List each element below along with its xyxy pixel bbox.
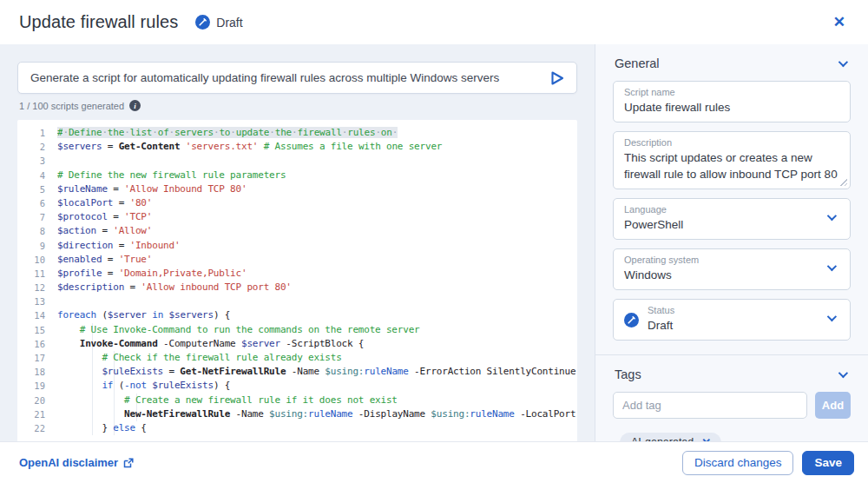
line-number: 9 — [17, 239, 57, 253]
send-icon — [548, 69, 567, 88]
code-line[interactable]: 17 # Check if the firewall rule already … — [17, 351, 577, 365]
section-divider — [595, 354, 868, 355]
prompt-row — [17, 62, 577, 94]
line-number: 4 — [17, 169, 57, 182]
draft-pencil-icon — [624, 313, 639, 328]
code-line[interactable]: 15 # Use Invoke-Command to run the comma… — [17, 323, 577, 337]
code-line[interactable]: 4# Define the new firewall rule paramete… — [17, 169, 577, 182]
code-line[interactable]: 2$servers = Get-Content 'servers.txt' # … — [17, 140, 577, 154]
line-number: 1 — [17, 126, 57, 140]
status-badge-label: Draft — [216, 16, 242, 30]
line-number: 13 — [17, 294, 57, 308]
section-general-title: General — [615, 56, 660, 70]
send-prompt-button[interactable] — [548, 69, 567, 88]
operating-system-label: Operating system — [624, 255, 839, 265]
line-number: 20 — [17, 394, 57, 407]
status-value: Draft — [648, 317, 674, 334]
description-label: Description — [624, 137, 839, 148]
line-number: 16 — [17, 337, 57, 351]
code-line[interactable]: 14foreach ($server in $servers) { — [17, 308, 577, 322]
line-number: 3 — [17, 154, 57, 168]
code-line[interactable]: 12$description = 'Allow inbound TCP port… — [17, 281, 577, 294]
code-line[interactable]: 11$profile = 'Domain,Private,Public' — [17, 267, 577, 281]
line-number: 15 — [17, 323, 57, 337]
line-number: 8 — [17, 224, 57, 238]
external-link-icon — [123, 458, 134, 468]
code-line[interactable]: 10$enabled = 'True' — [17, 253, 577, 267]
line-number: 11 — [17, 267, 57, 281]
discard-changes-button[interactable]: Discard changes — [682, 451, 794, 475]
code-line[interactable]: 6$localPort = '80' — [17, 196, 577, 210]
tag-chips: AI-generated✕ — [613, 433, 851, 441]
section-tags-title: Tags — [615, 367, 641, 381]
disclaimer-label: OpenAI disclaimer — [19, 456, 118, 469]
language-label: Language — [624, 204, 839, 215]
chevron-down-icon — [838, 368, 848, 378]
chevron-down-icon — [827, 312, 837, 321]
chevron-down-icon — [838, 57, 848, 67]
line-number: 14 — [17, 308, 57, 322]
line-number: 5 — [17, 182, 57, 196]
line-number: 18 — [17, 365, 57, 379]
description-value: This script updates or creates a new fir… — [624, 149, 839, 189]
operating-system-value: Windows — [624, 267, 839, 283]
dialog-header: Update firewall rules Draft ✕ — [0, 0, 868, 44]
code-lines: 1#·Define·the·list·of·servers·to·update·… — [17, 126, 577, 435]
openai-disclaimer-link[interactable]: OpenAI disclaimer — [19, 456, 134, 469]
status-select[interactable]: Status Draft — [613, 299, 851, 341]
dialog-footer: OpenAI disclaimer Discard changes Save — [0, 441, 868, 483]
code-line[interactable]: 20 # Create a new firewall rule if it do… — [17, 394, 577, 407]
line-number: 17 — [17, 351, 57, 365]
code-line[interactable]: 5$ruleName = 'Allow Inbound TCP 80' — [17, 182, 577, 196]
code-line[interactable]: 13 — [17, 294, 577, 308]
counter-text: 1 / 100 scripts generated — [19, 101, 124, 111]
script-name-value: Update firewall rules — [624, 99, 839, 116]
line-number: 10 — [17, 253, 57, 267]
line-number: 19 — [17, 379, 57, 393]
code-line[interactable]: 1#·Define·the·list·of·servers·to·update·… — [17, 126, 577, 140]
description-field[interactable]: Description This script updates or creat… — [613, 131, 851, 189]
code-line[interactable]: 22 } else { — [17, 421, 577, 435]
add-tag-input[interactable] — [613, 392, 807, 419]
line-number: 12 — [17, 281, 57, 294]
code-line[interactable]: 7$protocol = 'TCP' — [17, 210, 577, 224]
code-line[interactable]: 18 $ruleExists = Get-NetFirewallRule -Na… — [17, 365, 577, 379]
code-line[interactable]: 9$direction = 'Inbound' — [17, 239, 577, 253]
line-number: 21 — [17, 407, 57, 421]
status-badge: Draft — [195, 15, 242, 30]
code-line[interactable]: 8$action = 'Allow' — [17, 224, 577, 238]
code-line[interactable]: 16 Invoke-Command -ComputerName $server … — [17, 337, 577, 351]
page-title: Update firewall rules — [19, 12, 178, 32]
code-line[interactable]: 19 if (-not $ruleExists) { — [17, 379, 577, 393]
tag-chip: AI-generated✕ — [620, 433, 721, 441]
tag-entry-row: Add — [613, 392, 851, 419]
dialog-body: 1 / 100 scripts generated i 1#·Define·th… — [0, 44, 868, 441]
section-tags-header[interactable]: Tags — [613, 367, 851, 381]
ai-prompt-input[interactable] — [17, 62, 577, 94]
save-button[interactable]: Save — [802, 451, 854, 475]
status-label: Status — [648, 305, 674, 315]
resize-handle[interactable] — [839, 178, 847, 186]
main-column: 1 / 100 scripts generated i 1#·Define·th… — [0, 44, 595, 441]
language-value: PowerShell — [624, 216, 839, 233]
line-number: 2 — [17, 140, 57, 154]
section-general-header[interactable]: General — [613, 56, 851, 70]
code-editor[interactable]: 1#·Define·the·list·of·servers·to·update·… — [17, 120, 577, 441]
draft-pencil-icon — [195, 15, 210, 30]
close-icon[interactable]: ✕ — [830, 11, 849, 33]
script-name-label: Script name — [624, 87, 839, 97]
code-line[interactable]: 21 New-NetFirewallRule -Name $using:rule… — [17, 407, 577, 421]
line-number: 6 — [17, 196, 57, 210]
script-name-field[interactable]: Script name Update firewall rules — [613, 81, 851, 122]
line-number: 22 — [17, 421, 57, 435]
script-editor-dialog: Update firewall rules Draft ✕ 1 / 100 sc — [0, 0, 868, 483]
line-number: 7 — [17, 210, 57, 224]
info-icon[interactable]: i — [129, 100, 141, 111]
settings-panel: General Script name Update firewall rule… — [595, 44, 868, 441]
operating-system-select[interactable]: Operating system Windows — [613, 248, 851, 290]
add-tag-button[interactable]: Add — [815, 392, 851, 419]
generation-counter: 1 / 100 scripts generated i — [19, 100, 577, 111]
language-select[interactable]: Language PowerShell — [613, 198, 851, 240]
code-line[interactable]: 3 — [17, 154, 577, 168]
